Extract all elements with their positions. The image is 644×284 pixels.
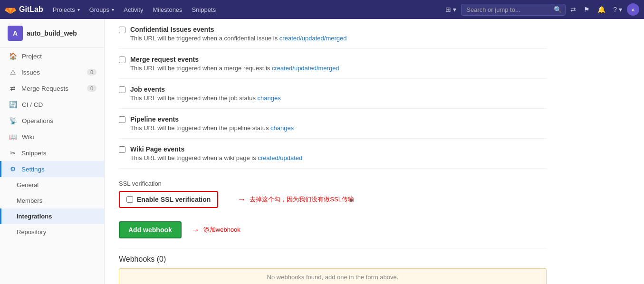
sidebar-item-label: Repository (17, 228, 46, 236)
merge-request-desc: This URL will be triggered when a merge … (119, 65, 547, 72)
svg-text:A: A (632, 8, 635, 12)
ssl-verification-label: Enable SSL verification (137, 196, 211, 203)
sidebar-item-snippets[interactable]: ✂ Snippets (0, 145, 104, 161)
pipeline-events-link[interactable]: changes (270, 124, 294, 132)
chevron-down-icon: ▾ (77, 7, 80, 12)
ssl-verification-box: Enable SSL verification (119, 191, 218, 208)
help-icon[interactable]: ? ▾ (610, 4, 625, 15)
ssl-section-label: SSL verification (119, 180, 547, 187)
merge-request-link[interactable]: created/updated/merged (272, 65, 339, 72)
sidebar-item-settings[interactable]: ⚙ Settings (0, 161, 104, 177)
sidebar-item-repository[interactable]: Repository (0, 224, 104, 240)
webhook-annotation: → 添加webhook (191, 225, 240, 235)
add-webhook-section: Add webhook → 添加webhook (119, 221, 547, 238)
sidebar-item-label: Integrations (17, 213, 52, 220)
notifications-icon[interactable]: 🔔 (595, 4, 608, 15)
main-content: Confidential Issues events This URL will… (105, 19, 644, 284)
job-events-desc: This URL will be triggered when the job … (119, 95, 547, 102)
arrow-right-icon: → (191, 225, 200, 235)
webhook-annotation-text: 添加webhook (203, 226, 240, 234)
confidential-issues-checkbox[interactable] (119, 27, 125, 33)
sidebar-item-integrations[interactable]: Integrations (0, 208, 104, 224)
sidebar-item-label: CI / CD (22, 101, 43, 108)
merge-badge: 0 (87, 85, 96, 92)
home-icon: 🏠 (9, 52, 17, 60)
pipeline-events-title: Pipeline events (130, 115, 179, 123)
confidential-issues-desc: This URL will be triggered when a confid… (119, 35, 547, 42)
sidebar-item-label: Issues (21, 69, 40, 76)
search-input[interactable] (461, 4, 566, 16)
confidential-issues-title: Confidential Issues events (130, 26, 214, 33)
merge-requests-icon[interactable]: ⇄ (567, 4, 579, 15)
avatar[interactable]: A (627, 3, 639, 16)
event-row-merge: Merge request events This URL will be tr… (119, 49, 547, 79)
sidebar-item-cicd[interactable]: 🔄 CI / CD (0, 96, 104, 113)
add-icon[interactable]: ⊞ ▾ (442, 4, 459, 15)
operations-icon: 📡 (9, 117, 17, 124)
nav-activity[interactable]: Activity (119, 0, 148, 19)
pipeline-events-checkbox[interactable] (119, 116, 125, 123)
brand-logo[interactable]: GitLab (5, 4, 43, 15)
job-events-checkbox[interactable] (119, 86, 125, 93)
merge-request-checkbox[interactable] (119, 57, 125, 63)
nav-milestones[interactable]: Milestones (148, 0, 187, 19)
event-row-confidential: Confidential Issues events This URL will… (119, 19, 547, 49)
chevron-down-icon: ▾ (112, 7, 114, 12)
wiki-page-checkbox[interactable] (119, 146, 125, 153)
arrow-right-icon: → (237, 195, 246, 205)
sidebar-item-general[interactable]: General (0, 177, 104, 193)
merge-request-title: Merge request events (130, 56, 199, 63)
sidebar-item-label: Wiki (22, 133, 34, 141)
sidebar-item-label: General (17, 181, 38, 189)
wiki-page-link[interactable]: created/updated (258, 154, 302, 161)
sidebar-project-name: auto_build_web (27, 29, 77, 37)
navbar: GitLab Projects ▾ Groups ▾ Activity Mile… (0, 0, 644, 19)
sidebar-item-merge-requests[interactable]: ⇄ Merge Requests 0 (0, 80, 104, 96)
nav-groups[interactable]: Groups ▾ (85, 0, 119, 19)
sidebar-item-project[interactable]: 🏠 Project (0, 48, 104, 64)
settings-icon: ⚙ (9, 165, 17, 173)
nav-projects[interactable]: Projects ▾ (48, 0, 85, 19)
pipeline-events-desc: This URL will be triggered when the pipe… (119, 124, 547, 132)
merge-icon: ⇄ (9, 85, 17, 92)
add-webhook-button[interactable]: Add webhook (119, 221, 182, 238)
event-row-wiki: Wiki Page events This URL will be trigge… (119, 139, 547, 169)
sidebar-item-issues[interactable]: ⚠ Issues 0 (0, 64, 104, 80)
webhooks-empty-message: No webhooks found, add one in the form a… (119, 268, 547, 284)
sidebar-item-label: Members (17, 197, 42, 204)
webhooks-title: Webhooks (0) (119, 255, 547, 264)
content-section: Confidential Issues events This URL will… (119, 19, 547, 284)
ssl-annotation: → 去掉这个勾，因为我们没有做SSL传输 (237, 195, 354, 205)
webhooks-section: Webhooks (0) No webhooks found, add one … (119, 248, 547, 284)
wiki-icon: 📖 (9, 133, 17, 141)
ssl-section: SSL verification Enable SSL verification… (119, 173, 547, 215)
sidebar-item-wiki[interactable]: 📖 Wiki (0, 129, 104, 145)
sidebar: A auto_build_web 🏠 Project ⚠ Issues 0 ⇄ … (0, 19, 105, 284)
sidebar-item-label: Operations (22, 117, 53, 124)
sidebar-item-label: Project (22, 53, 42, 60)
nav-icons: ⊞ ▾ 🔍 ⇄ ⚑ 🔔 ? ▾ A (442, 3, 639, 16)
ssl-annotation-text: 去掉这个勾，因为我们没有做SSL传输 (250, 195, 354, 204)
wiki-page-desc: This URL will be triggered when a wiki p… (119, 154, 547, 161)
cicd-icon: 🔄 (9, 101, 17, 108)
sidebar-item-label: Merge Requests (21, 85, 68, 92)
sidebar-item-operations[interactable]: 📡 Operations (0, 113, 104, 129)
issues-icon[interactable]: ⚑ (581, 4, 593, 15)
sidebar-item-label: Snippets (21, 150, 47, 157)
sidebar-item-members[interactable]: Members (0, 193, 104, 208)
job-events-link[interactable]: changes (258, 95, 281, 102)
search-icon: 🔍 (554, 6, 562, 13)
ssl-verification-checkbox[interactable] (126, 196, 133, 203)
issues-badge: 0 (87, 69, 96, 76)
sidebar-item-label: Settings (21, 166, 45, 173)
brand-name: GitLab (19, 5, 43, 14)
event-row-pipeline: Pipeline events This URL will be trigger… (119, 109, 547, 139)
snippets-icon: ✂ (9, 149, 17, 157)
issues-icon: ⚠ (9, 68, 17, 76)
sidebar-avatar: A (8, 26, 23, 41)
confidential-issues-link[interactable]: created/updated/merged (279, 35, 347, 42)
nav-snippets[interactable]: Snippets (187, 0, 221, 19)
sidebar-project-header: A auto_build_web (0, 19, 104, 48)
event-row-job: Job events This URL will be triggered wh… (119, 79, 547, 109)
job-events-title: Job events (130, 85, 165, 93)
